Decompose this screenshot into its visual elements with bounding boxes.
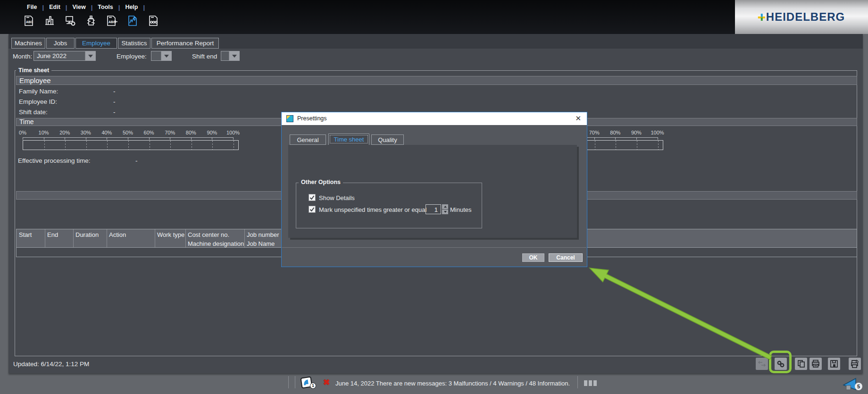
document-abc-import-icon[interactable]: ABC — [106, 15, 118, 27]
minutes-input[interactable]: 1 — [426, 204, 441, 214]
chevron-down-icon — [88, 55, 93, 58]
employee-label: Employee: — [117, 53, 147, 60]
print-button[interactable] — [810, 358, 822, 370]
document-abc-icon[interactable]: ABC — [23, 15, 35, 27]
triangle-up-icon — [444, 206, 447, 208]
heidelberg-spark-icon — [758, 14, 765, 21]
scale-tick-label: 80% — [610, 130, 620, 135]
column-header[interactable]: End — [47, 231, 58, 238]
employee-section-header: Employee — [16, 76, 857, 85]
dialog-tab-time-sheet[interactable]: Time sheet — [328, 134, 369, 145]
shift-date-label: Shift date: — [19, 109, 48, 116]
show-details-label: Show Details — [319, 194, 355, 201]
menu-tools[interactable]: Tools — [92, 4, 118, 10]
other-options-groupbox — [296, 183, 482, 228]
scale-tick-label: 100% — [651, 130, 664, 135]
tab-statistics[interactable]: Statistics — [118, 38, 150, 49]
scale-tick-label: 50% — [123, 130, 133, 135]
presettings-dialog: Presettings ✕ GeneralTime sheetQuality O… — [281, 112, 587, 267]
dialog-tab-general[interactable]: General — [290, 134, 326, 145]
scale-tick-label: 60% — [144, 130, 154, 135]
chevron-down-icon — [232, 55, 237, 58]
shift-date-value: - — [113, 109, 116, 116]
statusbar-message[interactable]: June 14, 2022 There are new messages: 3 … — [335, 380, 570, 387]
top-toolbar: ABCABC — [23, 15, 159, 27]
scale-tick-label: 70% — [589, 130, 600, 135]
month-label: Month: — [13, 53, 32, 60]
menu-help[interactable]: Help — [120, 4, 143, 10]
print-report-button[interactable] — [849, 358, 861, 370]
malfunction-x-icon: ✖ — [323, 377, 330, 387]
family-name-label: Family Name: — [19, 88, 58, 95]
minutes-spinner[interactable] — [442, 204, 448, 214]
column-header[interactable]: Start — [19, 231, 32, 238]
spinner-up-button[interactable] — [442, 204, 448, 209]
document-links-icon[interactable] — [147, 15, 159, 27]
statusbar-handle[interactable] — [589, 380, 592, 386]
application-window: File|Edit|View|Tools|Help| ABCABC HEIDEL… — [0, 0, 868, 394]
copy-button[interactable] — [795, 358, 807, 370]
column-header-line2: Job Name — [247, 240, 275, 247]
shift-end-dropdown[interactable] — [221, 51, 240, 61]
statusbar-separator — [288, 376, 289, 388]
menu-view[interactable]: View — [67, 4, 91, 10]
svg-text:ABC: ABC — [26, 20, 33, 24]
time-sheet-legend: Time sheet — [16, 67, 51, 74]
chevron-down-icon — [164, 55, 169, 58]
computer-gear-icon[interactable] — [64, 15, 76, 27]
scale-tick-label: 80% — [186, 130, 196, 135]
dialog-tab-quality[interactable]: Quality — [371, 134, 404, 145]
dialog-title: Presettings — [297, 115, 327, 122]
mark-unspecified-checkbox[interactable] — [309, 206, 316, 213]
ok-button[interactable]: OK — [522, 253, 544, 262]
scale-tick-label: 70% — [165, 130, 175, 135]
tab-performance-report[interactable]: Performance Report — [151, 38, 219, 49]
tab-jobs[interactable]: Jobs — [46, 38, 75, 49]
minutes-label: Minutes — [450, 206, 472, 213]
updated-status-text: Updated: 6/14/22, 1:12 PM — [13, 360, 89, 368]
scale-tick-label: 90% — [631, 130, 642, 135]
cancel-button[interactable]: Cancel — [549, 253, 583, 262]
menubar: File|Edit|View|Tools|Help| — [22, 3, 145, 11]
employee-dropdown[interactable] — [151, 51, 172, 61]
brand-logo-text: HEIDELBERG — [766, 10, 845, 24]
tab-machines[interactable]: Machines — [11, 38, 45, 49]
menu-file[interactable]: File — [22, 4, 42, 10]
column-header[interactable]: Job number — [247, 231, 279, 238]
column-header[interactable]: Action — [109, 231, 126, 238]
highlight-box — [769, 351, 792, 373]
dialog-titlebar[interactable]: Presettings ✕ — [282, 112, 587, 125]
menu-separator: | — [143, 4, 145, 11]
columns-chart-icon[interactable] — [43, 15, 56, 27]
column-header[interactable]: Duration — [75, 231, 99, 238]
statusbar-handle[interactable] — [584, 380, 587, 386]
other-options-label: Other Options — [299, 179, 343, 185]
navigate-arrows-button[interactable] — [756, 358, 768, 370]
column-header[interactable]: Work type — [157, 231, 184, 238]
effective-time-label: Effective processing time: — [18, 157, 91, 164]
messages-badge: 1 — [310, 383, 316, 389]
megaphone-icon[interactable]: 5 — [843, 377, 863, 394]
month-dropdown-button[interactable] — [85, 51, 95, 60]
presettings-app-icon — [286, 115, 293, 122]
employee-id-value: - — [113, 98, 116, 105]
scale-tick-label: 10% — [39, 130, 49, 135]
column-header[interactable]: Cost center no. — [188, 231, 229, 238]
show-details-checkbox[interactable] — [309, 194, 316, 201]
statusbar-handle[interactable] — [593, 380, 597, 386]
tab-employee[interactable]: Employee — [75, 38, 117, 49]
scale-tick-label: 40% — [101, 130, 112, 135]
dialog-separator — [282, 247, 586, 248]
employee-dropdown-button[interactable] — [161, 51, 171, 60]
month-dropdown[interactable]: June 2022 — [33, 51, 96, 61]
save-button[interactable] — [828, 358, 840, 370]
dialog-close-icon[interactable]: ✕ — [575, 114, 581, 123]
shift-end-dropdown-button[interactable] — [229, 51, 239, 60]
spinner-down-button[interactable] — [442, 210, 448, 214]
statusbar-separator — [295, 376, 295, 388]
time-bar-area — [23, 140, 239, 150]
document-chart-icon[interactable] — [126, 15, 139, 27]
menu-edit[interactable]: Edit — [44, 4, 66, 10]
press-unit-icon[interactable] — [85, 15, 97, 27]
employee-id-label: Employee ID: — [19, 98, 57, 105]
